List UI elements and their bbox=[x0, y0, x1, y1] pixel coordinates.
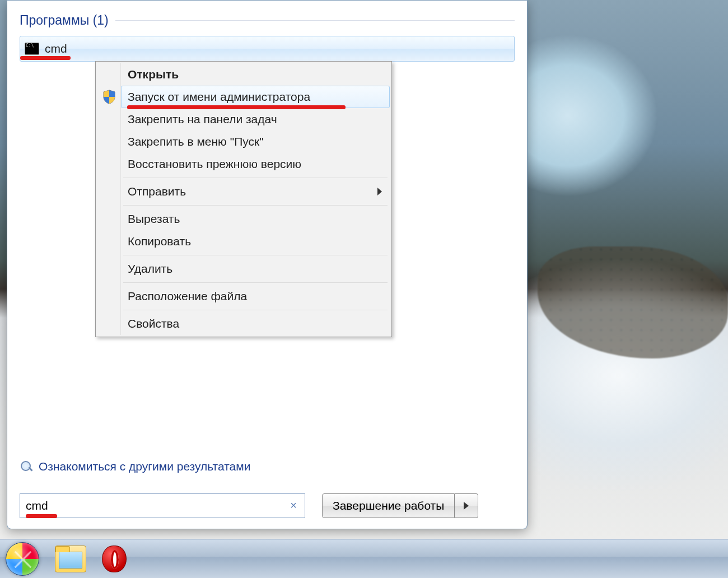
chevron-right-icon bbox=[464, 502, 469, 510]
menu-separator bbox=[123, 205, 388, 206]
annotation-underline bbox=[26, 514, 57, 518]
search-result-label: cmd bbox=[45, 42, 67, 55]
menu-item-label: Закрепить в меню "Пуск" bbox=[128, 135, 264, 148]
taskbar-icon-explorer[interactable] bbox=[55, 546, 86, 572]
more-results-link[interactable]: Ознакомиться с другими результатами bbox=[20, 460, 250, 473]
menu-item-open[interactable]: Открыть bbox=[121, 63, 390, 86]
results-section-header: Программы (1) bbox=[20, 13, 515, 28]
menu-separator bbox=[123, 255, 388, 255]
menu-separator bbox=[123, 178, 388, 178]
search-result-cmd[interactable]: cmd bbox=[20, 36, 515, 62]
more-results-label: Ознакомиться с другими результатами bbox=[39, 460, 250, 473]
shutdown-button[interactable]: Завершение работы bbox=[322, 493, 455, 518]
menu-item-label: Закрепить на панели задач bbox=[128, 113, 277, 126]
context-menu: Открыть Запуск от имени администратора З… bbox=[95, 61, 392, 337]
start-button[interactable] bbox=[6, 542, 39, 576]
taskbar bbox=[0, 539, 728, 578]
shield-icon bbox=[102, 90, 116, 104]
menu-item-properties[interactable]: Свойства bbox=[121, 313, 390, 335]
menu-item-cut[interactable]: Вырезать bbox=[121, 208, 390, 230]
menu-item-file-location[interactable]: Расположение файла bbox=[121, 285, 390, 307]
menu-item-delete[interactable]: Удалить bbox=[121, 258, 390, 280]
menu-item-restore-previous[interactable]: Восстановить прежнюю версию bbox=[121, 153, 390, 175]
menu-item-label: Открыть bbox=[128, 68, 179, 81]
start-menu-search-panel: Программы (1) cmd Открыть Запуск от имен… bbox=[7, 0, 528, 529]
results-section-title: Программы (1) bbox=[20, 13, 109, 28]
menu-item-label: Запуск от имени администратора bbox=[128, 90, 310, 104]
menu-item-label: Копировать bbox=[128, 235, 191, 248]
shutdown-split-button: Завершение работы bbox=[322, 493, 478, 518]
menu-item-label: Вырезать bbox=[128, 212, 180, 226]
menu-item-label: Отправить bbox=[128, 185, 186, 198]
menu-item-copy[interactable]: Копировать bbox=[121, 230, 390, 253]
menu-item-pin-taskbar[interactable]: Закрепить на панели задач bbox=[121, 108, 390, 130]
cmd-icon bbox=[25, 43, 39, 55]
chevron-right-icon bbox=[377, 188, 382, 195]
shutdown-options-button[interactable] bbox=[455, 493, 478, 518]
taskbar-icon-opera[interactable] bbox=[102, 546, 127, 572]
menu-separator bbox=[123, 282, 388, 283]
search-input[interactable] bbox=[26, 499, 288, 512]
divider bbox=[115, 20, 515, 21]
menu-item-send-to[interactable]: Отправить bbox=[121, 180, 390, 203]
menu-separator bbox=[123, 310, 388, 310]
menu-item-label: Свойства bbox=[128, 317, 179, 330]
menu-item-pin-start[interactable]: Закрепить в меню "Пуск" bbox=[121, 130, 390, 153]
menu-item-run-as-admin[interactable]: Запуск от имени администратора bbox=[121, 86, 390, 108]
magnifier-icon bbox=[20, 460, 33, 473]
clear-icon[interactable]: × bbox=[288, 500, 299, 511]
start-menu-bottom-row: × Завершение работы bbox=[20, 493, 515, 518]
search-box[interactable]: × bbox=[20, 493, 305, 518]
shutdown-label: Завершение работы bbox=[333, 499, 444, 512]
menu-item-label: Расположение файла bbox=[128, 290, 247, 303]
menu-item-label: Удалить bbox=[128, 262, 172, 276]
menu-item-label: Восстановить прежнюю версию bbox=[128, 157, 301, 171]
